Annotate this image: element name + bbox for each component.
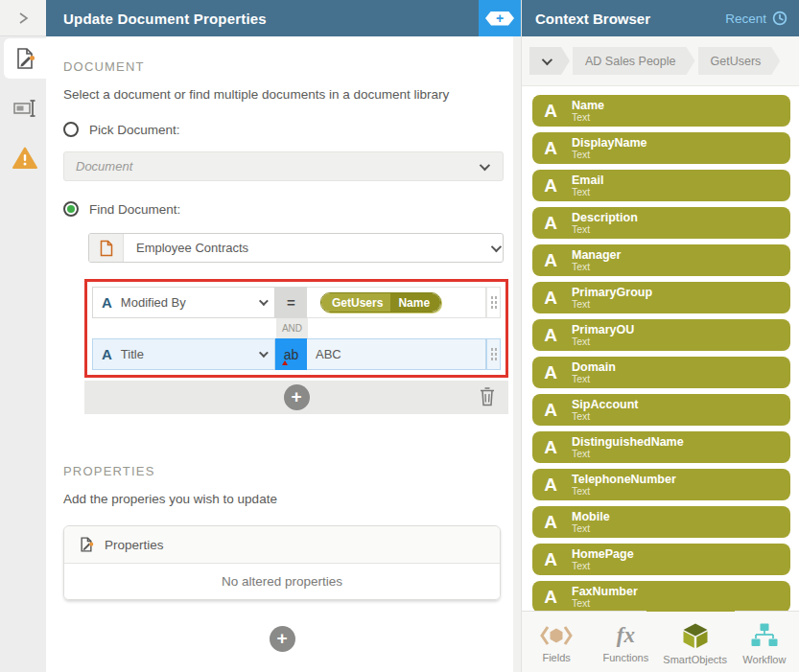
hexagon-plus-icon: + (485, 12, 514, 26)
library-icon-cell (89, 234, 124, 262)
trash-icon (479, 386, 496, 406)
row-drag-handle[interactable] (486, 338, 501, 370)
tab-fields[interactable]: Fields (522, 612, 591, 672)
pick-document-radio-row[interactable]: Pick Document: (63, 122, 513, 137)
breadcrumb-collapse-button[interactable] (529, 47, 570, 75)
tab-smartobjects[interactable]: SmartObjects (661, 612, 730, 672)
add-filter-row-button[interactable]: + (284, 384, 310, 410)
document-edit-icon (12, 46, 37, 71)
filter-value-input[interactable]: ABC (307, 338, 486, 370)
main-content: DOCUMENT Select a document or find multi… (46, 36, 513, 672)
filter-section: A Modified By = GetUsers Name (84, 279, 508, 414)
field-tile[interactable]: A DistinguishedName Text (532, 431, 790, 463)
operator-equals-button[interactable]: = (275, 287, 307, 318)
add-context-button[interactable]: + (479, 0, 521, 36)
field-tile[interactable]: A SipAccount Text (532, 394, 790, 426)
and-connector[interactable]: AND (276, 318, 308, 338)
text-type-icon: A (542, 549, 559, 570)
properties-section-heading: PROPERTIES (63, 464, 513, 478)
field-name: Manager (572, 248, 621, 262)
wizard-sidebar (0, 0, 46, 672)
sidebar-item-rename[interactable] (4, 88, 46, 128)
add-property-button[interactable]: + (270, 626, 295, 652)
field-tile[interactable]: A Description Text (532, 207, 790, 239)
drag-dots-icon (490, 295, 497, 311)
active-tab-indicator (646, 605, 735, 612)
field-name: Mobile (572, 510, 610, 523)
recent-label: Recent (725, 12, 766, 26)
text-type-icon: A (102, 346, 112, 362)
document-icon (99, 240, 114, 257)
properties-section-description: Add the properies you wish to update (63, 492, 513, 506)
field-tile[interactable]: A Manager Text (532, 244, 790, 276)
field-tile[interactable]: A HomePage Text (532, 544, 790, 575)
field-tile[interactable]: A Name Text (532, 95, 790, 127)
drag-dots-icon (490, 347, 497, 362)
properties-add-wrap: + (63, 626, 501, 652)
filter-row-modified-by: A Modified By = GetUsers Name (92, 287, 501, 318)
pick-document-label: Pick Document: (89, 123, 180, 137)
chevron-down-icon (491, 241, 502, 251)
field-name: Description (572, 211, 638, 224)
sidebar-item-document-properties[interactable] (4, 38, 46, 79)
filter-field-dropdown[interactable]: A Title (92, 338, 275, 370)
text-type-icon: A (542, 175, 559, 197)
tag-source: GetUsers (321, 293, 390, 312)
properties-card: Properties No altered properties (63, 525, 501, 600)
field-type: Text (572, 486, 676, 498)
text-type-icon: A (542, 101, 559, 122)
find-document-radio[interactable] (63, 201, 79, 217)
text-type-icon: A (542, 587, 559, 608)
context-browser-title: Context Browser (535, 11, 725, 27)
pick-document-radio[interactable] (63, 122, 79, 137)
field-tile[interactable]: A Email Text (532, 170, 790, 201)
breadcrumb-item[interactable]: GetUsers (698, 47, 781, 75)
row-drag-handle[interactable] (486, 287, 501, 318)
breadcrumb-item[interactable]: AD Sales People (573, 47, 695, 75)
context-browser-tabs: Fields fx Functions SmartObjects (522, 611, 799, 672)
field-name: Email (572, 174, 603, 187)
filter-field-dropdown[interactable]: A Modified By (92, 287, 275, 318)
field-type: Text (572, 374, 616, 385)
field-name: Domain (572, 360, 616, 374)
tab-functions[interactable]: fx Functions (591, 612, 660, 672)
field-name: PrimaryOU (572, 323, 634, 336)
field-type: Text (572, 523, 610, 535)
context-tag[interactable]: GetUsers Name (320, 292, 441, 313)
text-type-icon: A (542, 250, 559, 271)
field-tile[interactable]: A DisplayName Text (532, 132, 790, 164)
field-tile[interactable]: A Domain Text (532, 357, 790, 388)
delete-filter-row-button[interactable] (479, 386, 496, 409)
field-tile[interactable]: A Mobile Text (532, 506, 790, 538)
sidebar-expand-button[interactable] (0, 0, 46, 36)
field-name: Name (572, 99, 604, 112)
sidebar-item-errors[interactable] (4, 138, 46, 178)
field-name: DisplayName (572, 136, 647, 150)
field-tile[interactable]: A PrimaryOU Text (532, 319, 790, 351)
field-type: Text (572, 262, 621, 273)
text-type-icon: A (102, 294, 112, 311)
field-type: Text (572, 411, 638, 423)
highlight-annotation: A Modified By = GetUsers Name (84, 279, 508, 378)
filter-value-cell[interactable]: GetUsers Name (307, 287, 486, 318)
text-type-icon: A (542, 400, 559, 421)
tag-property: Name (390, 293, 440, 312)
chevron-down-icon (480, 159, 490, 170)
properties-header-label: Properties (105, 538, 164, 552)
pick-document-placeholder: Document (76, 159, 480, 174)
tab-workflow[interactable]: Workflow (730, 612, 799, 672)
operator-like-button[interactable]: ab (275, 338, 307, 370)
text-type-icon: A (542, 475, 559, 496)
text-type-icon: A (542, 288, 559, 309)
filter-action-bar: + (84, 381, 508, 414)
document-library-dropdown[interactable]: Employee Contracts (88, 233, 504, 263)
find-document-radio-row[interactable]: Find Document: (63, 201, 513, 217)
fields-icon (539, 624, 574, 647)
field-tile[interactable]: A TelephoneNumber Text (532, 469, 790, 500)
text-type-icon: A (542, 325, 559, 346)
field-type: Text (572, 187, 603, 198)
recent-button[interactable]: Recent (725, 11, 787, 26)
main-header: Update Document Properties + (46, 0, 521, 36)
field-tile[interactable]: A PrimaryGroup Text (532, 282, 790, 313)
pick-document-dropdown[interactable]: Document (63, 151, 504, 181)
